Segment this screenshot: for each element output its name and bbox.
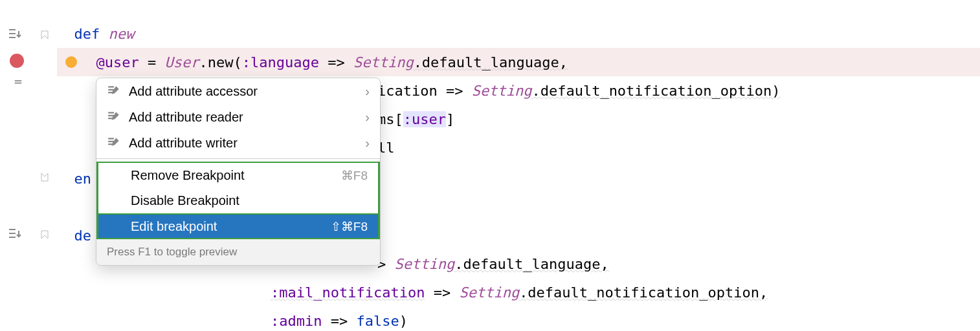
spacer-icon <box>109 168 123 182</box>
chevron-right-icon: › <box>365 136 370 151</box>
menu-label: Add attribute writer <box>129 136 360 151</box>
menu-label: Add attribute accessor <box>129 84 360 99</box>
menu-label: Remove Breakpoint <box>131 168 341 183</box>
menu-item-disable-breakpoint[interactable]: Disable Breakpoint <box>96 187 380 213</box>
breakpoint-icon[interactable] <box>9 53 25 69</box>
menu-item-add-writer[interactable]: Add attribute writer › <box>96 130 380 156</box>
chevron-right-icon: › <box>365 84 370 99</box>
code-line[interactable]: def new <box>57 19 980 48</box>
fold-marker-icon[interactable] <box>40 227 49 237</box>
method-call: .new( <box>199 54 241 70</box>
menu-item-add-accessor[interactable]: Add attribute accessor › <box>96 78 380 104</box>
menu-label: Add attribute reader <box>129 110 360 125</box>
spacer-icon <box>109 219 123 233</box>
svg-rect-0 <box>15 80 22 81</box>
svg-rect-1 <box>15 83 22 84</box>
symbol: :user <box>403 111 446 127</box>
fold-marker-icon[interactable] <box>40 169 49 180</box>
menu-shortcut: ⌘F8 <box>341 168 368 183</box>
constant: Setting <box>472 83 532 99</box>
symbol: :mail_notification <box>271 284 425 301</box>
constant: Setting <box>459 284 519 301</box>
chevron-right-icon: › <box>365 110 370 125</box>
menu-item-remove-breakpoint[interactable]: Remove Breakpoint ⌘F8 <box>96 162 380 187</box>
intention-icon <box>107 84 121 98</box>
code-line[interactable]: :admin => false) <box>57 306 980 331</box>
symbol: :language <box>242 54 319 70</box>
keyword-def: de <box>74 228 92 244</box>
intention-icon <box>107 110 121 124</box>
operator: => <box>322 313 356 329</box>
code-text: ] <box>446 111 454 127</box>
method-separator-icon <box>6 26 22 41</box>
instance-variable: @user <box>96 54 139 70</box>
constant: Setting <box>395 256 455 272</box>
menu-label: Disable Breakpoint <box>131 193 368 208</box>
menu-item-edit-breakpoint[interactable]: Edit breakpoint ⇧⌘F8 <box>96 213 380 239</box>
intention-icon <box>107 136 121 150</box>
code-line[interactable]: :mail_notification => Setting.default_no… <box>57 278 980 306</box>
operator: => <box>319 54 353 70</box>
code-line-highlighted[interactable]: @user = User.new(:language => Setting.de… <box>57 48 980 76</box>
operator: = <box>139 54 165 70</box>
lightbulb-icon[interactable] <box>63 54 79 70</box>
method-call: .default_notification_option, <box>519 284 768 301</box>
spacer-icon <box>109 193 123 208</box>
editor-gutter <box>0 0 57 331</box>
intention-action-icon[interactable] <box>10 73 26 89</box>
method-call: .default_notification_option) <box>531 83 780 99</box>
fold-marker-icon[interactable] <box>40 27 49 37</box>
keyword-end: en <box>74 171 92 187</box>
code-text: ication => <box>377 83 472 99</box>
keyword-false: false <box>356 313 399 329</box>
method-name: new <box>108 26 134 42</box>
keyword-def: def <box>74 26 109 42</box>
menu-footer: Press F1 to toggle preview <box>96 239 380 265</box>
method-call: .default_language, <box>414 54 568 70</box>
symbol: :admin <box>271 313 322 329</box>
method-call: .default_language, <box>454 256 608 272</box>
menu-label: Edit breakpoint <box>131 219 331 234</box>
constant: Setting <box>353 54 414 70</box>
code-text: ms[ <box>377 111 403 127</box>
method-separator-icon <box>6 226 22 241</box>
menu-separator <box>96 158 380 159</box>
constant: User <box>164 54 199 70</box>
operator: => <box>425 284 459 301</box>
menu-shortcut: ⇧⌘F8 <box>331 219 368 234</box>
context-menu: Add attribute accessor › Add attribute r… <box>96 78 381 266</box>
menu-item-add-reader[interactable]: Add attribute reader › <box>96 104 380 130</box>
code-text: ) <box>399 313 408 329</box>
